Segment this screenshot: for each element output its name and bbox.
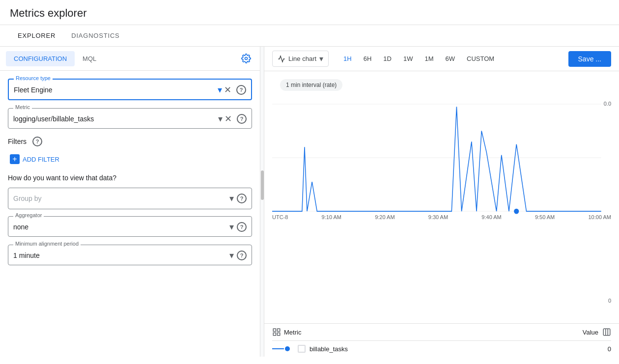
legend-row-value: 0	[608, 345, 611, 353]
metric-label: Metric	[13, 104, 32, 110]
time-btn-custom[interactable]: CUSTOM	[462, 52, 499, 65]
x-label-940: 9:40 AM	[481, 214, 501, 220]
metric-group: Metric logging/user/billable_tasks ▾ ✕ ?	[8, 108, 252, 129]
min-alignment-label: Minimum alignment period	[13, 241, 81, 247]
legend-dot-indicator	[285, 346, 290, 351]
group-by-select[interactable]: Group by ▾ ?	[8, 188, 252, 209]
group-by-placeholder: Group by	[13, 195, 225, 202]
x-label-930: 9:30 AM	[428, 214, 448, 220]
filters-help-icon[interactable]: ?	[32, 137, 42, 146]
right-panel: Line chart ▾ 1H 6H 1D 1W 1M 6W CUSTOM Sa…	[264, 47, 619, 357]
chart-type-label: Line chart	[288, 55, 316, 62]
add-filter-button[interactable]: + ADD FILTER	[8, 151, 252, 167]
metric-dropdown-icon[interactable]: ▾	[218, 113, 223, 124]
chart-type-dropdown-icon: ▾	[319, 54, 323, 63]
min-alignment-group: Minimum alignment period 1 minute ▾ ?	[8, 245, 252, 265]
chart-toolbar: Line chart ▾ 1H 6H 1D 1W 1M 6W CUSTOM Sa…	[264, 47, 619, 71]
chart-type-button[interactable]: Line chart ▾	[272, 51, 329, 67]
resource-type-clear-icon[interactable]: ✕	[224, 84, 231, 95]
grid-icon	[272, 328, 281, 336]
time-btn-1w[interactable]: 1W	[398, 52, 418, 65]
legend-value-label: Value	[583, 329, 598, 336]
filters-title: Filters	[8, 138, 27, 145]
legend-line-indicator	[272, 346, 294, 351]
y-axis-top-label: 0.0	[604, 101, 611, 107]
svg-rect-5	[278, 329, 280, 331]
time-btn-6h[interactable]: 6H	[359, 52, 377, 65]
resource-type-group: Resource type Fleet Engine ▾ ✕ ?	[8, 79, 252, 100]
metric-field: logging/user/billable_tasks ▾ ✕ ?	[13, 113, 247, 124]
line-chart-svg	[272, 99, 611, 217]
tab-configuration[interactable]: CONFIGURATION	[6, 51, 75, 66]
resource-type-label: Resource type	[14, 75, 53, 81]
tab-mql[interactable]: MQL	[75, 51, 104, 66]
legend-header: Metric Value	[272, 324, 611, 341]
legend-table: Metric Value billable_	[264, 323, 619, 357]
aggregator-group: Aggregator none ▾ ?	[8, 216, 252, 237]
group-by-help-icon[interactable]: ?	[237, 194, 247, 203]
view-data-title: How do you want to view that data?	[8, 174, 252, 182]
aggregator-label: Aggregator	[13, 212, 44, 218]
min-alignment-dropdown-icon[interactable]: ▾	[229, 250, 234, 261]
chart-area: 0.0 0 UTC-8 9:10 AM	[264, 99, 619, 323]
gear-icon	[241, 54, 251, 63]
time-btn-6w[interactable]: 6W	[441, 52, 460, 65]
time-btn-1d[interactable]: 1D	[378, 52, 396, 65]
svg-rect-6	[273, 333, 276, 336]
app-container: Metrics explorer EXPLORER DIAGNOSTICS CO…	[0, 0, 619, 357]
top-nav: EXPLORER DIAGNOSTICS	[0, 25, 619, 47]
min-alignment-value: 1 minute	[13, 252, 225, 259]
legend-metric-label: Metric	[284, 329, 301, 336]
app-title: Metrics explorer	[0, 0, 619, 25]
nav-explorer[interactable]: EXPLORER	[10, 25, 63, 46]
add-filter-label: ADD FILTER	[23, 156, 59, 163]
interval-badge: 1 min interval (rate)	[280, 79, 342, 91]
interval-badge-text: 1 min interval (rate)	[286, 82, 337, 88]
group-by-dropdown-icon[interactable]: ▾	[229, 193, 234, 204]
panel-tabs: CONFIGURATION MQL	[0, 47, 260, 71]
scrollbar-thumb[interactable]	[261, 170, 264, 200]
group-by-group: Group by ▾ ?	[8, 188, 252, 209]
filters-section-header: Filters ?	[8, 137, 252, 146]
resource-type-help-icon[interactable]: ?	[236, 85, 246, 95]
aggregator-dropdown-icon[interactable]: ▾	[229, 222, 234, 232]
metric-clear-icon[interactable]: ✕	[225, 113, 232, 124]
aggregator-help-icon[interactable]: ?	[237, 222, 247, 232]
y-axis-bottom-label: 0	[608, 298, 611, 304]
add-filter-plus-icon: +	[10, 154, 20, 164]
metric-help-icon[interactable]: ?	[237, 114, 247, 124]
aggregator-value: none	[13, 223, 225, 231]
scrollbar-area	[260, 47, 264, 357]
svg-rect-7	[278, 333, 280, 336]
metric-value: logging/user/billable_tasks	[13, 115, 214, 123]
aggregator-field: none ▾ ?	[13, 222, 247, 232]
legend-row: billable_tasks 0	[272, 341, 611, 357]
resource-type-value: Fleet Engine	[14, 86, 214, 94]
interval-badge-container: 1 min interval (rate)	[264, 71, 619, 99]
main-layout: CONFIGURATION MQL Resource type Flee	[0, 47, 619, 357]
x-label-910: 9:10 AM	[322, 214, 341, 220]
time-btn-1h[interactable]: 1H	[338, 52, 357, 65]
legend-checkbox[interactable]	[298, 345, 306, 353]
nav-diagnostics[interactable]: DIAGNOSTICS	[63, 25, 127, 46]
left-panel: CONFIGURATION MQL Resource type Flee	[0, 47, 260, 357]
min-alignment-help-icon[interactable]: ?	[237, 251, 247, 260]
min-alignment-field: 1 minute ▾ ?	[13, 250, 247, 261]
panel-content: Resource type Fleet Engine ▾ ✕ ? Metric	[0, 71, 260, 281]
resource-type-field: Fleet Engine ▾ ✕ ?	[14, 84, 246, 95]
x-label-1000: 10:00 AM	[589, 214, 611, 220]
svg-rect-8	[603, 329, 610, 336]
x-label-950: 9:50 AM	[535, 214, 555, 220]
time-btn-1m[interactable]: 1M	[420, 52, 438, 65]
svg-rect-4	[273, 329, 276, 331]
legend-row-label: billable_tasks	[310, 345, 608, 353]
legend-line-dash	[272, 348, 284, 349]
legend-metric-col-header: Metric	[272, 328, 583, 336]
save-button[interactable]: Save ...	[568, 51, 611, 67]
x-label-utc8: UTC-8	[272, 214, 288, 220]
x-label-920: 9:20 AM	[375, 214, 394, 220]
resource-type-dropdown-icon[interactable]: ▾	[218, 84, 222, 95]
line-chart-icon	[278, 55, 285, 63]
settings-button[interactable]	[238, 51, 254, 66]
columns-toggle-icon[interactable]	[602, 328, 611, 336]
